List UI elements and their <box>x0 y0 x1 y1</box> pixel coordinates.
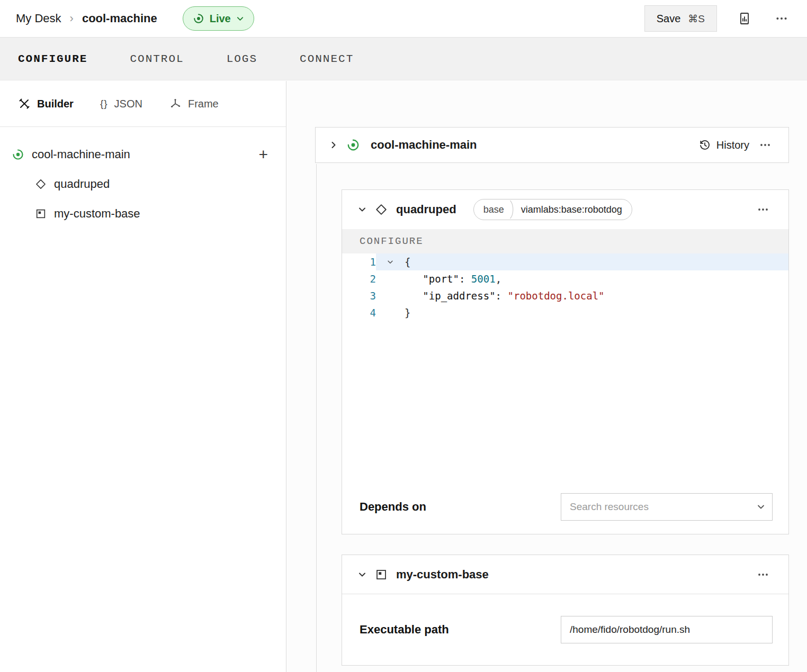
quadruped-title: quadruped <box>396 203 456 216</box>
chevron-down-icon[interactable] <box>358 205 366 214</box>
my-custom-base-card: my-custom-base Executable path <box>342 555 789 666</box>
tools-icon <box>18 97 31 110</box>
view-builder-label: Builder <box>37 98 74 110</box>
tree-item-label: quadruped <box>54 177 110 191</box>
line-number: 2 <box>342 270 376 287</box>
line-number: 3 <box>342 287 376 304</box>
component-diamond-icon <box>35 178 47 190</box>
config-sidebar: Builder {} JSON Frame <box>0 81 286 672</box>
top-bar: My Desk › cool-machine Live Save ⌘S <box>0 0 807 38</box>
frame-axes-icon <box>169 97 182 110</box>
code-line[interactable]: 2 "port": 5001, <box>342 270 788 287</box>
quadruped-card-header: quadruped base viamlabs:base:robotdog <box>342 190 788 229</box>
code-text: "ip_address": "robotdog.local" <box>405 290 605 302</box>
tree-item-label: cool-machine-main <box>32 148 130 161</box>
history-button[interactable]: History <box>698 139 749 151</box>
braces-icon: {} <box>100 98 108 110</box>
configure-panel: cool-machine-main History <box>287 81 807 672</box>
executable-path-input[interactable] <box>561 616 773 643</box>
depends-on-select[interactable] <box>561 493 773 521</box>
tab-logs[interactable]: LOGS <box>227 53 257 65</box>
quadruped-card: quadruped base viamlabs:base:robotdog CO… <box>342 189 789 534</box>
overflow-menu-icon[interactable] <box>772 9 791 28</box>
save-shortcut: ⌘S <box>688 13 705 25</box>
save-label: Save <box>657 13 681 25</box>
overflow-menu-icon[interactable] <box>756 135 775 155</box>
executable-path-row: Executable path <box>342 594 788 665</box>
view-frame-label: Frame <box>188 98 219 110</box>
fold-chevron-icon[interactable] <box>376 258 405 266</box>
component-diamond-icon <box>375 203 388 216</box>
executable-path-label: Executable path <box>360 623 449 637</box>
history-clock-icon <box>698 139 711 151</box>
code-text: { <box>405 256 410 268</box>
code-text: } <box>405 307 410 319</box>
tree-item-quadruped[interactable]: quadruped <box>0 169 286 199</box>
code-editor[interactable]: 1{2 "port": 5001,3 "ip_address": "robotd… <box>342 253 788 483</box>
process-square-icon <box>375 568 388 581</box>
history-label: History <box>716 139 749 151</box>
view-switcher: Builder {} JSON Frame <box>0 81 286 127</box>
machine-part-card: cool-machine-main History <box>315 127 789 163</box>
tab-control[interactable]: CONTROL <box>130 53 184 65</box>
chevron-down-icon[interactable] <box>358 570 366 579</box>
top-actions: Save ⌘S <box>644 5 791 32</box>
badge-divider <box>509 200 516 219</box>
tab-connect[interactable]: CONNECT <box>300 53 354 65</box>
save-button[interactable]: Save ⌘S <box>644 5 717 32</box>
machine-part-title: cool-machine-main <box>371 138 477 152</box>
broadcast-icon <box>193 13 204 24</box>
add-resource-button[interactable]: + <box>258 147 268 162</box>
chevron-down-icon <box>236 15 244 23</box>
resource-tree: cool-machine-main + quadruped <box>0 127 286 229</box>
executable-path-field-wrap <box>561 616 773 643</box>
broadcast-icon <box>12 148 24 161</box>
depends-on-label: Depends on <box>360 500 426 514</box>
line-number: 4 <box>342 304 376 321</box>
view-frame[interactable]: Frame <box>169 97 219 110</box>
main-tab-bar: CONFIGURE CONTROL LOGS CONNECT <box>0 38 807 80</box>
code-line[interactable]: 4} <box>342 304 788 321</box>
my-custom-base-card-header: my-custom-base <box>342 555 788 594</box>
breadcrumb-machine-name: cool-machine <box>82 12 157 25</box>
breadcrumb-separator: › <box>70 12 74 25</box>
my-custom-base-title: my-custom-base <box>396 568 489 582</box>
machine-part-actions: History <box>698 135 775 155</box>
code-text: "port": 5001, <box>405 273 501 285</box>
tree-item-machine-main[interactable]: cool-machine-main + <box>0 140 286 169</box>
view-builder[interactable]: Builder <box>18 97 74 110</box>
badge-model: viamlabs:base:robotdog <box>516 204 622 215</box>
nesting-guide-line <box>316 164 317 672</box>
code-line[interactable]: 1{ <box>342 253 788 270</box>
view-json-label: JSON <box>114 98 142 110</box>
search-resources-input[interactable] <box>561 493 773 521</box>
configure-section-header: CONFIGURE <box>342 229 788 253</box>
overflow-menu-icon[interactable] <box>754 565 773 584</box>
overflow-menu-icon[interactable] <box>754 200 773 219</box>
process-square-icon <box>35 208 47 220</box>
model-badge: base viamlabs:base:robotdog <box>473 199 632 220</box>
live-label: Live <box>210 13 231 25</box>
view-json[interactable]: {} JSON <box>100 98 142 110</box>
badge-category: base <box>483 204 509 215</box>
chevron-right-icon[interactable] <box>329 141 338 149</box>
broadcast-icon <box>346 138 360 152</box>
metrics-document-icon[interactable] <box>735 9 754 28</box>
code-line[interactable]: 3 "ip_address": "robotdog.local" <box>342 287 788 304</box>
depends-on-row: Depends on <box>342 483 788 534</box>
tab-configure[interactable]: CONFIGURE <box>18 53 87 65</box>
breadcrumb-root[interactable]: My Desk <box>16 12 61 25</box>
machine-config-page: My Desk › cool-machine Live Save ⌘S <box>0 0 807 672</box>
tree-item-label: my-custom-base <box>54 207 140 221</box>
live-status-button[interactable]: Live <box>183 6 254 31</box>
line-number: 1 <box>342 253 376 270</box>
tree-item-my-custom-base[interactable]: my-custom-base <box>0 199 286 229</box>
